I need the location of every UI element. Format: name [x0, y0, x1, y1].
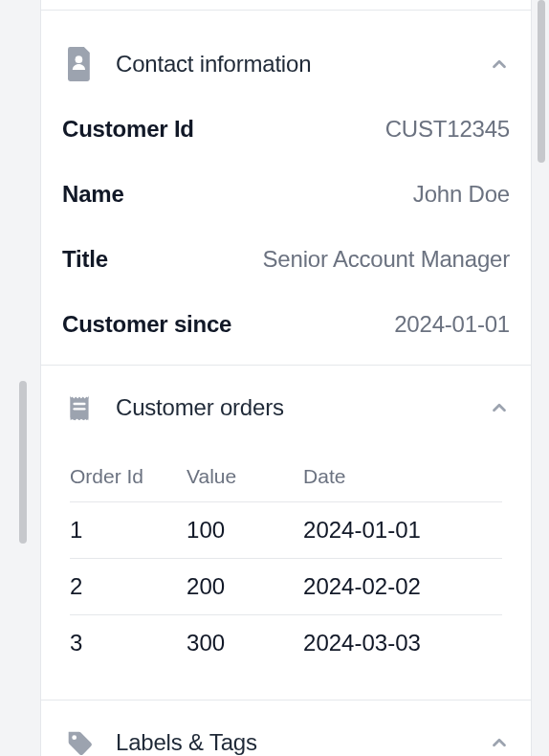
field-label: Customer Id: [62, 116, 194, 143]
field-value: Senior Account Manager: [263, 246, 510, 273]
section-header-contact[interactable]: Contact information: [62, 20, 510, 104]
details-panel: Contact information Customer Id CUST1234…: [40, 0, 532, 756]
section-contact-information: Contact information Customer Id CUST1234…: [41, 10, 531, 366]
cell-order-id: 2: [70, 559, 187, 615]
field-value: CUST12345: [385, 116, 510, 143]
section-header-orders[interactable]: Customer orders: [62, 366, 510, 446]
cell-order-id: 3: [70, 615, 187, 672]
cell-order-id: 1: [70, 502, 187, 559]
section-title: Labels & Tags: [116, 729, 470, 756]
contact-icon: [62, 47, 97, 81]
table-row[interactable]: 1 100 2024-01-01: [70, 502, 502, 559]
section-customer-orders: Customer orders Order Id Value Date: [41, 366, 531, 700]
spacer: [41, 0, 531, 10]
column-header-order-id: Order Id: [70, 456, 187, 502]
column-header-date: Date: [303, 456, 502, 502]
cell-value: 100: [187, 502, 303, 559]
chevron-up-icon: [489, 732, 510, 753]
receipt-icon: [62, 392, 97, 423]
cell-value: 300: [187, 615, 303, 672]
field-label: Name: [62, 181, 124, 208]
svg-point-0: [76, 56, 83, 63]
orders-table: Order Id Value Date 1 100 2024-01-01 2 2…: [70, 456, 502, 671]
table-row[interactable]: 3 300 2024-03-03: [70, 615, 502, 672]
field-label: Customer since: [62, 311, 231, 338]
scrollbar-thumb-right[interactable]: [538, 0, 545, 163]
cell-value: 200: [187, 559, 303, 615]
field-label: Title: [62, 246, 108, 273]
section-labels-tags: Labels & Tags: [41, 700, 531, 756]
scrollbar-thumb-left[interactable]: [19, 381, 27, 544]
svg-point-5: [72, 735, 77, 740]
contact-row-customer-since: Customer since 2024-01-01: [62, 300, 510, 365]
field-value: 2024-01-01: [394, 311, 510, 338]
field-value: John Doe: [413, 181, 510, 208]
section-title: Contact information: [116, 51, 470, 78]
column-header-value: Value: [187, 456, 303, 502]
cell-date: 2024-02-02: [303, 559, 502, 615]
contact-row-name: Name John Doe: [62, 169, 510, 234]
cell-date: 2024-01-01: [303, 502, 502, 559]
svg-rect-4: [69, 392, 89, 395]
section-title: Customer orders: [116, 394, 470, 421]
section-header-labels[interactable]: Labels & Tags: [62, 700, 510, 756]
chevron-up-icon: [489, 397, 510, 418]
contact-row-title: Title Senior Account Manager: [62, 234, 510, 300]
cell-date: 2024-03-03: [303, 615, 502, 672]
orders-table-wrap: Order Id Value Date 1 100 2024-01-01 2 2…: [62, 446, 510, 700]
tag-icon: [62, 727, 97, 756]
table-row[interactable]: 2 200 2024-02-02: [70, 559, 502, 615]
table-header-row: Order Id Value Date: [70, 456, 502, 502]
contact-row-customer-id: Customer Id CUST12345: [62, 104, 510, 169]
chevron-up-icon: [489, 54, 510, 75]
